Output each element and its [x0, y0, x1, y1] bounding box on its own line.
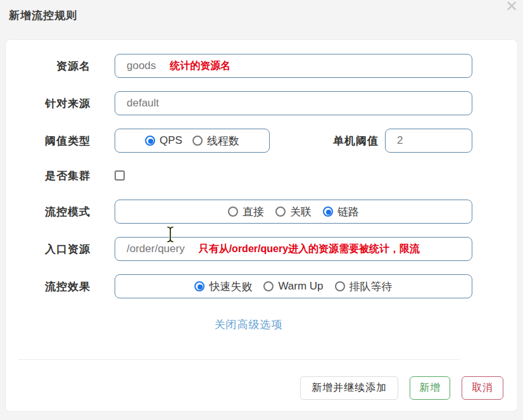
radio-fast-fail-icon [194, 281, 205, 291]
row-behavior: 流控效果 快速失败 Warm Up 排队等待 [25, 274, 472, 298]
limit-app-value: default [127, 97, 159, 110]
radio-thread[interactable]: 线程数 [192, 134, 239, 148]
radio-queue-icon [335, 281, 345, 291]
radio-thread-icon [192, 136, 203, 146]
radio-queue-label: 排队等待 [350, 279, 393, 294]
add-and-continue-button[interactable]: 新增并继续添加 [300, 376, 398, 400]
resource-input[interactable]: goods 统计的资源名 [115, 54, 472, 78]
resource-value: goods [127, 60, 156, 72]
row-resource: 资源名 goods 统计的资源名 [25, 54, 472, 78]
cluster-checkbox[interactable] [115, 170, 125, 181]
dialog-footer: 新增并继续添加 新增 取消 [56, 376, 503, 400]
behavior-radio-group: 快速失败 Warm Up 排队等待 [115, 274, 472, 298]
radio-thread-label: 线程数 [207, 134, 239, 148]
ref-resource-value: /order/query [127, 243, 185, 255]
behavior-label: 流控效果 [25, 279, 91, 294]
threshold-label: 单机阈值 [333, 134, 379, 148]
form-panel: 资源名 goods 统计的资源名 针对来源 default 阈值类型 QPS 线… [5, 39, 518, 412]
radio-warm-up-icon [263, 281, 274, 291]
radio-qps-icon [145, 136, 155, 146]
radio-direct-label: 直接 [243, 205, 264, 219]
strategy-label: 流控模式 [25, 205, 91, 219]
dialog-header: 新增流控规则 ✕ [0, 0, 523, 39]
row-cluster: 是否集群 [25, 166, 472, 185]
strategy-radio-group: 直接 关联 链路 [115, 200, 472, 224]
cancel-button[interactable]: 取消 [462, 376, 503, 400]
radio-warm-up-label: Warm Up [278, 280, 323, 293]
radio-qps-label: QPS [160, 134, 182, 147]
radio-relate[interactable]: 关联 [275, 205, 312, 219]
close-icon[interactable]: ✕ [505, 0, 518, 15]
toggle-advanced-link[interactable]: 关闭高级选项 [215, 319, 283, 331]
radio-chain-label: 链路 [337, 205, 359, 219]
grade-label: 阈值类型 [25, 134, 91, 148]
row-ref-resource: 入口资源 /order/query 只有从/order/query进入的资源需要… [25, 237, 472, 261]
radio-direct-icon [228, 207, 238, 217]
limit-app-input[interactable]: default [115, 91, 472, 115]
radio-fast-fail-label: 快速失败 [209, 279, 252, 294]
threshold-input[interactable]: 2 [385, 129, 472, 153]
radio-direct[interactable]: 直接 [228, 205, 264, 219]
radio-queue[interactable]: 排队等待 [335, 279, 393, 294]
add-button[interactable]: 新增 [410, 376, 450, 400]
ref-resource-label: 入口资源 [25, 242, 91, 257]
resource-annotation: 统计的资源名 [170, 60, 230, 73]
row-grade: 阈值类型 QPS 线程数 单机阈值 2 [25, 129, 472, 153]
radio-fast-fail[interactable]: 快速失败 [194, 279, 252, 294]
row-strategy: 流控模式 直接 关联 链路 [25, 200, 472, 224]
cluster-label: 是否集群 [25, 169, 91, 183]
threshold-value: 2 [397, 134, 403, 147]
radio-relate-icon [275, 207, 286, 217]
dialog-title: 新增流控规则 [9, 10, 77, 22]
radio-warm-up[interactable]: Warm Up [263, 280, 323, 293]
radio-chain[interactable]: 链路 [323, 205, 359, 219]
advanced-link-wrap: 关闭高级选项 [25, 317, 472, 332]
radio-chain-icon [323, 207, 333, 217]
row-limit-app: 针对来源 default [25, 91, 472, 115]
radio-relate-label: 关联 [290, 205, 312, 219]
footer-divider [18, 359, 460, 360]
limit-app-label: 针对来源 [25, 96, 91, 111]
grade-radio-group: QPS 线程数 [115, 129, 270, 153]
resource-label: 资源名 [25, 59, 91, 73]
ref-resource-annotation: 只有从/order/query进入的资源需要被统计，限流 [199, 243, 420, 256]
radio-qps[interactable]: QPS [145, 134, 182, 147]
ref-resource-input[interactable]: /order/query 只有从/order/query进入的资源需要被统计，限… [115, 237, 472, 261]
